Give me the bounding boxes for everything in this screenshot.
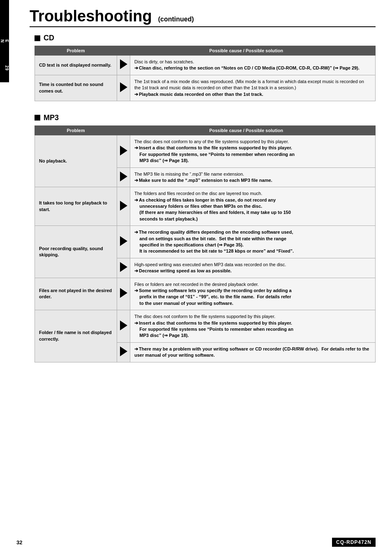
table-row: Folder / file name is not displayed corr… [35,310,376,343]
arrow-icon [117,310,130,343]
cd-col-solution: Possible cause / Possible solution [117,46,376,56]
solution-bold-text: Playback music data recorded on other th… [134,92,263,97]
mp3-problem-2: It takes too long for playback to start. [35,187,117,226]
page-header: Troubleshooting (continued) [30,8,376,27]
page-title: Troubleshooting [30,7,152,25]
mp3-problem-3: Poor recording quality, sound skipping. [35,226,117,278]
cd-solution-1: Disc is dirty, or has scratches. Clean d… [130,56,376,75]
solution-normal-text: The disc does not conform to the file sy… [134,314,275,319]
arrow-icon [117,75,130,101]
mp3-solution-5b: There may be a problem with your writing… [130,342,376,362]
solution-bold-text: There may be a problem with your writing… [134,346,369,358]
cd-section-header: CD [35,34,376,42]
mp3-solution-5a: The disc does not conform to the file sy… [130,310,376,343]
mp3-solution-2a: The folders and files recorded on the di… [130,187,376,226]
solution-normal-text: The folders and files recorded on the di… [134,191,262,196]
mp3-table: Problem Possible cause / Possible soluti… [35,125,376,362]
cd-solution-2: The 1st track of a mix mode disc was rep… [130,75,376,101]
solution-normal-text: The 1st track of a mix mode disc was rep… [134,79,364,90]
mp3-solution-1a: The disc does not conform to any of the … [130,135,376,167]
solution-normal-text: Disc is dirty, or has scratches. [134,59,194,64]
solution-bold-text: The recording quality differs depending … [134,230,294,253]
mp3-problem-5: Folder / file name is not displayed corr… [35,310,117,362]
mp3-section: MP3 Problem Possible cause / Possible so… [30,114,376,362]
solution-bold-text: Some writing software lets you specify t… [134,288,292,306]
tab-page-number: 29 [0,64,9,72]
cd-problem-2: Time is counted but no sound comes out. [35,75,117,101]
cd-problem-1: CD text is not displayed normally. [35,56,117,75]
cd-section-icon [35,35,40,41]
solution-bold-text: As checking of files takes longer in thi… [134,197,291,221]
footer-model: CQ-RDP472N [332,538,376,547]
table-row: Time is counted but no sound comes out. … [35,75,376,101]
page-footer: 32 CQ-RDP472N [16,538,376,547]
mp3-solution-1b: The MP3 file is missing the “.mp3” file … [130,167,376,187]
cd-section-title: CD [44,34,54,42]
footer-page-number: 32 [16,539,22,546]
page-subtitle: (continued) [158,16,194,23]
arrow-icon [117,187,130,226]
table-row: CD text is not displayed normally. Disc … [35,56,376,75]
mp3-solution-3a: The recording quality differs depending … [130,226,376,258]
solution-bold-text: Decrease writing speed as low as possibl… [134,268,232,273]
language-tab: ENGLISH 29 [0,0,9,82]
solution-bold-text: Insert a disc that conforms to the file … [134,145,295,163]
solution-bold-text: Insert a disc that conforms to the file … [134,320,293,338]
language-label: ENGLISH [0,39,9,43]
cd-table: Problem Possible cause / Possible soluti… [35,46,376,101]
solution-normal-text: Files or folders are not recorded in the… [134,282,259,287]
arrow-icon [117,167,130,187]
cd-section: CD Problem Possible cause / Possible sol… [30,34,376,101]
arrow-icon [117,342,130,362]
mp3-col-problem: Problem [35,125,117,135]
mp3-section-icon [35,115,40,121]
mp3-section-header: MP3 [35,114,376,122]
solution-normal-text: The disc does not conform to any of the … [134,139,289,144]
table-row: Poor recording quality, sound skipping. … [35,226,376,258]
arrow-icon [117,258,130,278]
arrow-icon [117,278,130,310]
solution-normal-text: High-speed writing was executed when MP3… [134,262,286,267]
mp3-problem-1: No playback. [35,135,117,187]
arrow-icon [117,226,130,258]
mp3-section-title: MP3 [44,114,59,122]
solution-normal-text: The MP3 file is missing the “.mp3” file … [134,172,244,176]
table-row: It takes too long for playback to start.… [35,187,376,226]
mp3-problem-4: Files are not played in the desired orde… [35,278,117,310]
cd-col-problem: Problem [35,46,117,56]
table-row: Files are not played in the desired orde… [35,278,376,310]
arrow-icon [117,135,130,167]
arrow-icon [117,56,130,75]
solution-bold-text: Make sure to add the “.mp3” extension to… [134,178,272,183]
table-row: No playback. The disc does not conform t… [35,135,376,167]
mp3-solution-4a: Files or folders are not recorded in the… [130,278,376,310]
mp3-col-solution: Possible cause / Possible solution [117,125,376,135]
mp3-solution-3b: High-speed writing was executed when MP3… [130,258,376,278]
solution-bold-text: Clean disc, referring to the section on … [134,65,360,70]
